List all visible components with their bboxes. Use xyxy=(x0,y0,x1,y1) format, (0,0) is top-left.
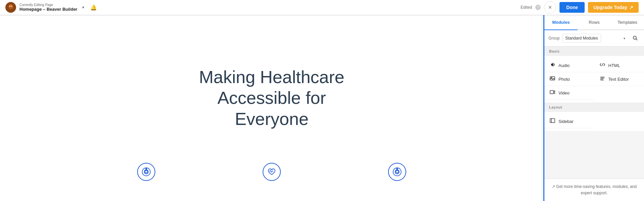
text-editor-label: Text Editor xyxy=(608,77,629,82)
tab-templates[interactable]: Templates xyxy=(611,15,644,30)
right-panel: Modules Rows Templates Group Standard Mo… xyxy=(543,15,644,201)
page-title: Homepage – Beaver Builder xyxy=(19,7,77,12)
video-icon xyxy=(549,89,556,96)
topbar-left: Currently Editing Page Homepage – Beaver… xyxy=(5,2,97,13)
bottom-icons-row xyxy=(137,163,406,181)
done-button[interactable]: Done xyxy=(559,2,585,13)
page-info: Currently Editing Page Homepage – Beaver… xyxy=(19,3,77,12)
group-filter-row: Group Standard Modules xyxy=(544,30,644,47)
hero-line3: Everyone xyxy=(235,109,309,129)
sidebar-icon xyxy=(549,118,556,125)
tab-rows[interactable]: Rows xyxy=(578,15,611,30)
icon-brain-1 xyxy=(137,163,155,181)
svg-point-6 xyxy=(10,7,12,9)
currently-editing-label: Currently Editing Page xyxy=(19,3,77,7)
svg-point-10 xyxy=(397,169,398,170)
audio-label: Audio xyxy=(558,63,570,68)
svg-point-8 xyxy=(146,169,147,170)
module-sidebar[interactable]: Sidebar xyxy=(544,115,594,128)
tab-modules[interactable]: Modules xyxy=(544,15,578,30)
upgrade-label: Upgrade Today xyxy=(593,5,627,10)
svg-point-5 xyxy=(11,6,12,7)
panel-footer: ↗ Get more time-saving features, modules… xyxy=(544,179,644,201)
svg-rect-20 xyxy=(550,90,553,94)
panel-tabs: Modules Rows Templates xyxy=(544,15,644,30)
basic-modules-grid: Audio HTML xyxy=(544,56,644,103)
notifications-bell-icon[interactable]: 🔔 xyxy=(90,4,97,11)
svg-line-12 xyxy=(636,39,637,40)
photo-icon xyxy=(549,76,556,82)
group-select-wrapper: Standard Modules xyxy=(562,34,628,43)
svg-point-11 xyxy=(633,36,636,39)
audio-icon xyxy=(549,62,556,69)
hero-line1: Making Healthcare xyxy=(199,67,344,87)
module-photo[interactable]: Photo xyxy=(544,72,594,86)
html-label: HTML xyxy=(608,63,620,68)
close-button[interactable]: × xyxy=(544,1,556,13)
section-basic-header: Basic xyxy=(544,47,644,56)
svg-line-13 xyxy=(602,63,603,66)
svg-rect-21 xyxy=(550,119,555,123)
panel-content: Basic Audio xyxy=(544,47,644,179)
html-icon xyxy=(599,62,606,69)
sidebar-label: Sidebar xyxy=(558,119,574,124)
upgrade-button[interactable]: Upgrade Today ↗ xyxy=(588,2,639,13)
icon-brain-2 xyxy=(388,163,406,181)
topbar-right: Edited ? × Done Upgrade Today ↗ xyxy=(521,1,639,13)
main-content: Making Healthcare Accessible for Everyon… xyxy=(0,15,543,201)
footer-text: Get more time-saving features, modules, … xyxy=(556,184,637,195)
icon-heart-monitor xyxy=(263,163,281,181)
hero-heading: Making Healthcare Accessible for Everyon… xyxy=(199,67,344,129)
upgrade-external-icon: ↗ xyxy=(629,5,633,10)
module-html[interactable]: HTML xyxy=(594,59,644,72)
promo-icon: ↗ xyxy=(552,184,556,189)
hero-line2: Accessible for xyxy=(217,88,326,108)
text-editor-icon xyxy=(599,76,606,82)
group-label: Group xyxy=(548,36,559,41)
section-layout-header: Layout xyxy=(544,103,644,112)
photo-label: Photo xyxy=(558,77,570,82)
top-bar: Currently Editing Page Homepage – Beaver… xyxy=(0,0,644,15)
module-video[interactable]: Video xyxy=(544,86,594,100)
video-label: Video xyxy=(558,90,570,95)
page-dropdown-chevron[interactable]: ▾ xyxy=(82,5,84,10)
layout-modules-grid: Sidebar xyxy=(544,112,644,131)
help-icon[interactable]: ? xyxy=(535,5,541,10)
module-audio[interactable]: Audio xyxy=(544,59,594,72)
group-select[interactable]: Standard Modules xyxy=(562,34,601,43)
module-text-editor[interactable]: Text Editor xyxy=(594,72,644,86)
svg-point-4 xyxy=(10,6,10,7)
search-button[interactable] xyxy=(631,34,640,43)
edited-label: Edited xyxy=(521,5,532,10)
logo-icon xyxy=(5,2,16,13)
